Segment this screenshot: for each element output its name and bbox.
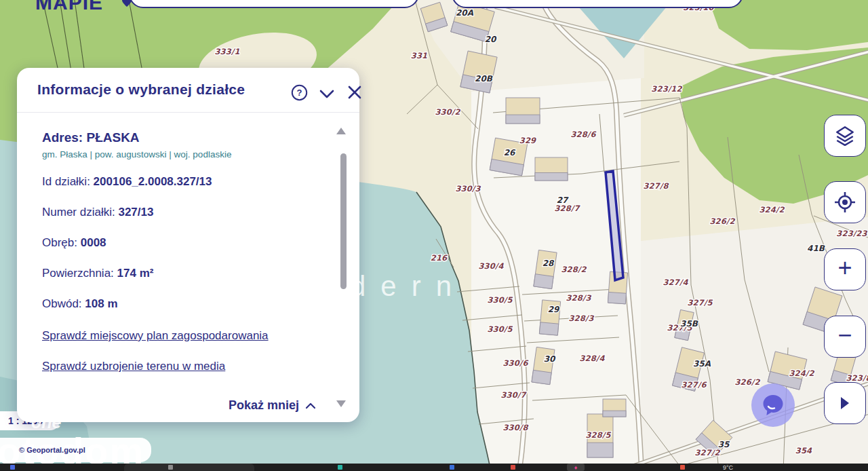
parcel-number-label: 328/4 xyxy=(579,354,605,363)
address-row: Adres: PŁASKA xyxy=(42,130,140,145)
taskbar-icon-active[interactable]: ♦ xyxy=(567,464,585,471)
field-district: Obręb: 0008 xyxy=(42,236,106,250)
building-number-label: 35A xyxy=(693,359,711,369)
crosshair-icon xyxy=(834,191,856,213)
field-value: 108 m xyxy=(85,297,117,310)
parcel-number-label: 333/1 xyxy=(214,47,239,56)
field-area: Powierzchnia: 174 m² xyxy=(42,267,153,280)
parcel-number-label: 330/4 xyxy=(478,261,504,271)
taskbar-icon-blue2[interactable] xyxy=(450,465,454,470)
taskbar-icon-red2[interactable] xyxy=(680,465,685,470)
scrollbar-down-arrow[interactable] xyxy=(336,400,346,407)
parcel-number-label: 323/23 xyxy=(836,229,867,238)
field-value: 200106_2.0008.327/13 xyxy=(94,175,212,188)
zoning-plan-link[interactable]: Sprawdź miejscowy plan zagospodarowania xyxy=(42,329,269,343)
parcel-number-label: 328/3 xyxy=(568,314,594,323)
chevron-up-icon xyxy=(305,402,316,409)
field-perimeter: Obwód: 108 m xyxy=(42,297,118,311)
taskbar-app-group[interactable] xyxy=(124,464,254,471)
filter-input[interactable] xyxy=(452,0,743,8)
field-label: Numer działki: xyxy=(42,206,115,219)
building-number-label: 20 xyxy=(485,35,497,44)
parcel-number-label: 329 xyxy=(519,136,536,145)
parcel-info-panel: Informacje o wybranej działce ? Adres: P… xyxy=(17,68,359,422)
parcel-number-label: 328/5 xyxy=(585,430,611,440)
collapse-panel-button[interactable] xyxy=(317,84,336,103)
help-button[interactable]: ? xyxy=(290,83,309,102)
parcel-number-label: 327/6 xyxy=(681,380,707,390)
parcel-number-label: 326/2 xyxy=(734,377,760,387)
show-less-button[interactable]: Pokaż mniej xyxy=(229,398,316,413)
parcel-number-label: 328/7 xyxy=(554,204,580,213)
parcel-number-label: 354 xyxy=(795,446,812,455)
zoom-out-button[interactable]: − xyxy=(824,316,866,358)
building-number-label: 29 xyxy=(548,305,560,314)
taskbar-icon-blue[interactable] xyxy=(10,465,15,470)
parcel-number-label: 327/2 xyxy=(694,448,720,457)
field-label: Id działki: xyxy=(42,175,90,188)
attribution-text: © Geoportal.gov.pl xyxy=(19,446,85,454)
site-logo[interactable]: MAPIE xyxy=(35,0,103,14)
parcel-number-label: 330/5 xyxy=(487,324,513,334)
layers-button[interactable] xyxy=(824,115,866,157)
utilities-link[interactable]: Sprawdź uzbrojenie terenu w media xyxy=(42,360,225,373)
building-number-label: 26 xyxy=(504,148,516,157)
plus-icon: + xyxy=(837,256,852,280)
address-value: PŁASKA xyxy=(86,130,139,145)
building-number-label: 35B xyxy=(680,319,698,328)
zoom-in-button[interactable]: + xyxy=(824,248,866,290)
layers-icon xyxy=(834,125,856,147)
field-value: 0008 xyxy=(81,236,106,249)
parcel-number-label: 327/5 xyxy=(687,298,713,307)
building-number-label: 41B xyxy=(807,244,825,253)
taskbar-icon-teal[interactable] xyxy=(338,465,342,470)
scrollbar-thumb[interactable] xyxy=(340,153,347,289)
parcel-number-label: 327/4 xyxy=(663,278,688,287)
parcel-number-label: 324/2 xyxy=(759,205,785,214)
building-number-label: 20A xyxy=(456,8,474,18)
taskbar-icon-red[interactable] xyxy=(511,465,515,470)
parcel-number-label: 330/3 xyxy=(455,184,481,193)
field-label: Obręb: xyxy=(42,236,77,249)
search-input[interactable] xyxy=(129,0,419,8)
map-attribution: © Geoportal.gov.pl xyxy=(0,438,151,462)
question-circle-icon: ? xyxy=(291,84,308,101)
parcel-number-label: 331 xyxy=(411,51,428,60)
building-number-label: 20B xyxy=(475,74,493,83)
parcel-number-label: 216 xyxy=(431,253,448,263)
close-icon xyxy=(348,86,361,99)
parcel-number-label: 330/6 xyxy=(502,358,528,368)
building-number-label: 30 xyxy=(544,354,556,364)
expand-sidebar-button[interactable] xyxy=(824,382,866,424)
parcel-number-label: 324/2 xyxy=(789,369,814,378)
parcel-number-label: 330/5 xyxy=(487,295,513,305)
taskbar-weather[interactable]: 9°C xyxy=(723,464,733,471)
parcel-number-label: 330/7 xyxy=(500,390,527,400)
locate-button[interactable] xyxy=(824,181,866,223)
show-less-label: Pokaż mniej xyxy=(229,398,299,413)
address-subline: gm. Płaska | pow. augustowski | woj. pod… xyxy=(42,149,231,159)
field-parcel-id: Id działki: 200106_2.0008.327/13 xyxy=(42,175,212,189)
parcel-number-label: 330/2 xyxy=(435,107,460,117)
scrollbar-up-arrow[interactable] xyxy=(336,128,346,134)
parcel-number-label: 328/3 xyxy=(566,293,591,303)
field-parcel-number: Numer działki: 327/13 xyxy=(42,206,153,219)
panel-divider xyxy=(17,112,359,113)
parcel-number-label: 323/8 xyxy=(846,373,868,383)
field-label: Powierzchnia: xyxy=(42,267,114,280)
building-number-label: 28 xyxy=(542,259,555,268)
minus-icon: − xyxy=(837,323,852,347)
play-right-icon xyxy=(839,396,851,411)
field-value: 174 m² xyxy=(117,267,154,280)
taskbar-icon-gray[interactable] xyxy=(168,465,173,470)
chat-bubble-icon xyxy=(761,393,785,417)
panel-title: Informacje o wybranej działce xyxy=(37,81,245,98)
address-label: Adres: xyxy=(42,130,83,145)
parcel-number-label: 323/12 xyxy=(651,84,682,94)
svg-text:?: ? xyxy=(296,88,302,98)
taskbar: ♦ 9°C xyxy=(0,464,868,471)
close-panel-button[interactable] xyxy=(345,83,364,102)
chat-button[interactable] xyxy=(751,383,795,427)
parcel-number-label: 328/6 xyxy=(570,130,596,139)
parcel-number-label: 330/8 xyxy=(502,423,528,432)
